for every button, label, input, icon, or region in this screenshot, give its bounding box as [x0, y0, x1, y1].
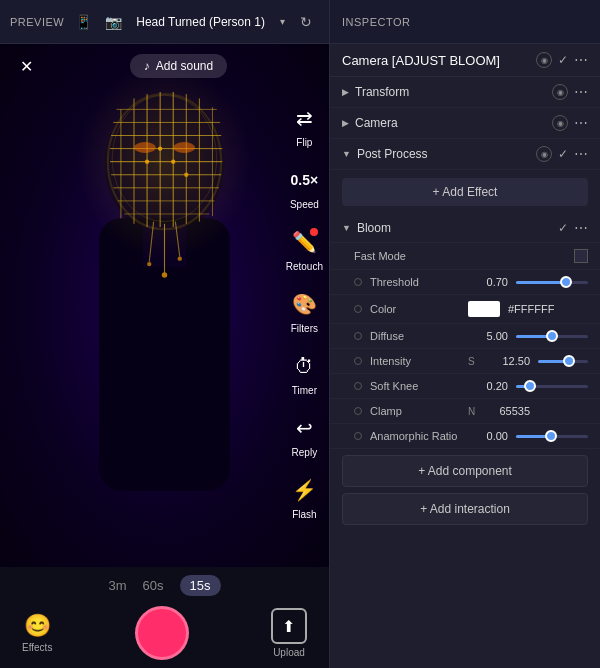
speed-icon: 0.5× — [288, 164, 320, 196]
head-turned-label: Head Turned (Person 1) — [136, 15, 276, 29]
inspector-panel: Camera [ADJUST BLOOM] ◉ ✓ ⋯ ▶ Transform … — [330, 44, 600, 668]
time-60s[interactable]: 60s — [143, 578, 164, 593]
color-indicator[interactable] — [354, 305, 362, 313]
camera-icon[interactable]: 📷 — [102, 11, 124, 33]
speed-tool[interactable]: 0.5× Speed — [288, 164, 320, 210]
transform-more[interactable]: ⋯ — [574, 84, 588, 100]
bloom-check[interactable]: ✓ — [558, 221, 568, 235]
soft-knee-thumb[interactable] — [524, 380, 536, 392]
svg-point-34 — [77, 64, 251, 260]
color-swatch[interactable] — [468, 301, 500, 317]
anamorphic-label: Anamorphic Ratio — [370, 430, 460, 442]
transform-section[interactable]: ▶ Transform ◉ ⋯ — [330, 77, 600, 108]
anamorphic-slider[interactable] — [516, 435, 588, 438]
post-process-radio[interactable]: ◉ — [536, 146, 552, 162]
check-icon[interactable]: ✓ — [558, 53, 568, 67]
chevron-down-icon: ▾ — [280, 16, 285, 27]
intensity-indicator[interactable] — [354, 357, 362, 365]
threshold-slider[interactable] — [516, 281, 588, 284]
time-controls: 3m 60s 15s — [12, 575, 317, 596]
upload-button[interactable]: ⬆ Upload — [271, 608, 307, 658]
add-sound-button[interactable]: ♪ Add sound — [130, 54, 227, 78]
timer-label: Timer — [292, 385, 317, 396]
time-3m[interactable]: 3m — [109, 578, 127, 593]
preview-label: PREVIEW — [10, 16, 64, 28]
bloom-header[interactable]: ▼ Bloom ✓ ⋯ — [330, 214, 600, 243]
canvas-background: ✕ ♪ Add sound ⇄ Flip 0.5× Speed — [0, 44, 329, 567]
post-process-section[interactable]: ▼ Post Process ◉ ✓ ⋯ — [330, 139, 600, 170]
color-property: Color #FFFFFF — [330, 295, 600, 324]
transform-radio[interactable]: ◉ — [552, 84, 568, 100]
reply-label: Reply — [292, 447, 318, 458]
preview-dropdown[interactable]: Head Turned (Person 1) ▾ — [136, 15, 285, 29]
effects-icon: 😊 — [24, 613, 51, 639]
intensity-value: 12.50 — [490, 355, 530, 367]
radio-button[interactable]: ◉ — [536, 52, 552, 68]
more-options-icon[interactable]: ⋯ — [574, 52, 588, 68]
reply-icon: ↩ — [288, 412, 320, 444]
camera-section[interactable]: ▶ Camera ◉ ⋯ — [330, 108, 600, 139]
record-button[interactable] — [135, 606, 189, 660]
phone-icon[interactable]: 📱 — [72, 11, 94, 33]
filters-tool[interactable]: 🎨 Filters — [288, 288, 320, 334]
flash-icon: ⚡ — [288, 474, 320, 506]
intensity-slider[interactable] — [538, 360, 588, 363]
preview-bottom: 3m 60s 15s 😊 Effects ⬆ Upload — [0, 567, 329, 668]
diffuse-value: 5.00 — [468, 330, 508, 342]
soft-knee-slider[interactable] — [516, 385, 588, 388]
color-value: #FFFFFF — [508, 303, 554, 315]
transform-icons: ◉ ⋯ — [552, 84, 588, 100]
bottom-controls: 😊 Effects ⬆ Upload — [12, 606, 317, 660]
reply-tool[interactable]: ↩ Reply — [288, 412, 320, 458]
bloom-chevron: ▼ — [342, 223, 351, 233]
intensity-label: Intensity — [370, 355, 460, 367]
threshold-property: Threshold 0.70 — [330, 270, 600, 295]
retouch-icon: ✏️ — [288, 226, 320, 258]
refresh-button[interactable]: ↻ — [293, 9, 319, 35]
upload-label: Upload — [273, 647, 305, 658]
bloom-name: Bloom — [357, 221, 558, 235]
diffuse-property: Diffuse 5.00 — [330, 324, 600, 349]
effects-button[interactable]: 😊 Effects — [22, 613, 52, 653]
upload-icon: ⬆ — [271, 608, 307, 644]
close-button[interactable]: ✕ — [12, 52, 40, 80]
post-process-more[interactable]: ⋯ — [574, 146, 588, 162]
bloom-icons: ✓ ⋯ — [558, 220, 588, 236]
diffuse-indicator[interactable] — [354, 332, 362, 340]
retouch-tool[interactable]: ✏️ Retouch — [286, 226, 323, 272]
clamp-indicator[interactable] — [354, 407, 362, 415]
camera-more[interactable]: ⋯ — [574, 115, 588, 131]
intensity-thumb[interactable] — [563, 355, 575, 367]
flip-tool[interactable]: ⇄ Flip — [288, 102, 320, 148]
flash-tool[interactable]: ⚡ Flash — [288, 474, 320, 520]
diffuse-slider[interactable] — [516, 335, 588, 338]
flip-icon: ⇄ — [288, 102, 320, 134]
camera-radio[interactable]: ◉ — [552, 115, 568, 131]
color-label: Color — [370, 303, 460, 315]
timer-icon: ⏱ — [288, 350, 320, 382]
post-process-check[interactable]: ✓ — [558, 147, 568, 161]
soft-knee-indicator[interactable] — [354, 382, 362, 390]
threshold-thumb[interactable] — [560, 276, 572, 288]
add-effect-button[interactable]: + Add Effect — [342, 178, 588, 206]
fast-mode-label: Fast Mode — [354, 250, 574, 262]
canvas-toolbar: ✕ ♪ Add sound — [0, 44, 329, 88]
soft-knee-property: Soft Knee 0.20 — [330, 374, 600, 399]
svg-point-29 — [162, 272, 167, 277]
anamorphic-thumb[interactable] — [545, 430, 557, 442]
fast-mode-checkbox[interactable] — [574, 249, 588, 263]
threshold-indicator[interactable] — [354, 278, 362, 286]
side-tools: ⇄ Flip 0.5× Speed ✏️ Retouch — [280, 94, 329, 528]
anamorphic-indicator[interactable] — [354, 432, 362, 440]
header-icons: ◉ ✓ ⋯ — [536, 52, 588, 68]
time-15s[interactable]: 15s — [180, 575, 221, 596]
bloom-more[interactable]: ⋯ — [574, 220, 588, 236]
add-interaction-button[interactable]: + Add interaction — [342, 493, 588, 525]
retouch-label: Retouch — [286, 261, 323, 272]
add-component-button[interactable]: + Add component — [342, 455, 588, 487]
flip-label: Flip — [296, 137, 312, 148]
timer-tool[interactable]: ⏱ Timer — [288, 350, 320, 396]
inspector-body: ▶ Transform ◉ ⋯ ▶ Camera ◉ ⋯ ▼ Post Proc — [330, 77, 600, 668]
diffuse-thumb[interactable] — [546, 330, 558, 342]
music-icon: ♪ — [144, 59, 150, 73]
